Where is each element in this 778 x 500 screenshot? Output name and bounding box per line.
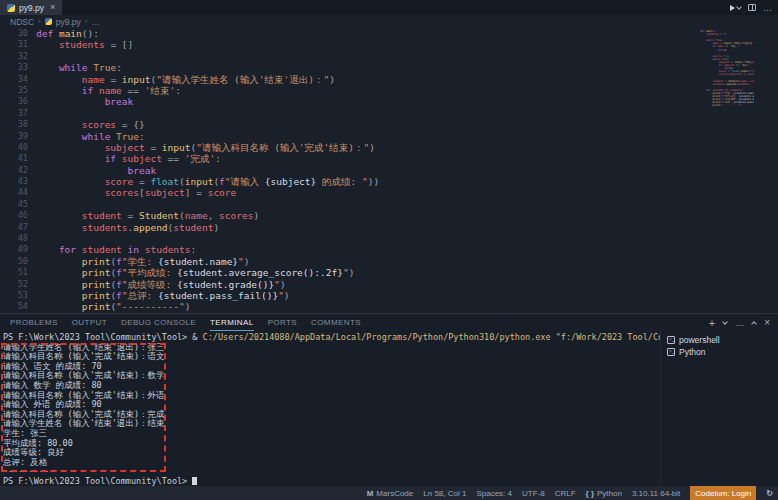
- code-line: 40 subject = input("请输入科目名称 (输入'完成'结束)："…: [0, 142, 778, 153]
- terminal-line: 学生: 张三: [3, 429, 660, 439]
- status-item-encoding[interactable]: UTF-8: [522, 489, 545, 498]
- line-number: 49: [0, 244, 36, 255]
- code-token: student: [82, 244, 122, 255]
- code-content: scores[subject] = score: [36, 187, 236, 198]
- tab-py9[interactable]: py9.py ×: [0, 0, 62, 15]
- code-token: [36, 131, 82, 142]
- code-line: 54 print("----------"): [0, 301, 778, 312]
- tab-close-icon[interactable]: ×: [50, 3, 55, 12]
- code-content: while True:: [36, 131, 145, 142]
- code-content: print(f"平均成绩: {student.average_score():.…: [36, 267, 354, 278]
- minimap-line: students.append(student): [700, 83, 754, 86]
- split-editor-button[interactable]: [748, 4, 756, 11]
- panel-tab-comments[interactable]: COMMENTS: [311, 314, 361, 331]
- code-token: subject: [730, 73, 741, 76]
- code-token: []: [723, 33, 726, 36]
- editor-actions: …: [730, 0, 772, 15]
- status-item-language-mode[interactable]: { }Python: [586, 489, 622, 498]
- code-line: 32: [0, 51, 778, 62]
- terminal-line: 平均成绩: 80.00: [3, 439, 660, 449]
- code-token: :: [139, 131, 145, 142]
- code-area[interactable]: 30def main():31 students = []3233 while …: [0, 28, 778, 313]
- terminal-icon: >_: [667, 336, 675, 344]
- status-item-indentation[interactable]: Spaces: 4: [476, 489, 512, 498]
- run-dropdown-chevron-icon[interactable]: [736, 4, 742, 10]
- code-line: 44 scores[subject] = score: [0, 187, 778, 198]
- code-content: while True:: [36, 62, 122, 73]
- terminal-list-item-powershell[interactable]: >_powershell: [661, 334, 778, 346]
- status-item-cursor-position[interactable]: Ln 58, Col 1: [423, 489, 466, 498]
- code-line: 47 students.append(student): [0, 222, 778, 233]
- status-item-interpreter[interactable]: 3.10.11 64-bit: [632, 489, 680, 498]
- tab-bar: py9.py × …: [0, 0, 778, 15]
- panel-maximize-chevron-icon[interactable]: [751, 321, 757, 327]
- code-content: students.append(student): [700, 83, 750, 86]
- line-number: 30: [0, 28, 36, 39]
- code-token: :: [215, 153, 221, 164]
- status-item-codeium[interactable]: Codeium: Login: [690, 486, 756, 500]
- status-item-eol[interactable]: CRLF: [555, 489, 576, 498]
- panel-tab-output[interactable]: OUTPUT: [72, 314, 107, 331]
- code-token: {subject}: [265, 176, 316, 187]
- terminal-output-text: 请输入科目名称 (输入'完成'结束)：外语: [3, 390, 165, 400]
- code-token: score: [208, 187, 237, 198]
- code-token: ==: [162, 153, 185, 164]
- vscode-window: py9.py × … NDSC › py9.py › … 30def main(…: [0, 0, 778, 500]
- code-content: print(f"成绩等级: {student.grade()}"): [36, 279, 286, 290]
- code-token: float: [150, 176, 179, 187]
- panel-tab-debug-console[interactable]: DEBUG CONSOLE: [121, 314, 196, 331]
- code-content: if subject == '完成':: [36, 153, 221, 164]
- run-button[interactable]: [730, 5, 741, 11]
- code-token: [36, 187, 105, 198]
- breadcrumb-item-folder[interactable]: NDSC: [10, 17, 34, 27]
- line-number: 54: [0, 301, 36, 312]
- status-item-feedback[interactable]: ↻: [766, 489, 773, 498]
- editor-more-button[interactable]: …: [763, 3, 772, 13]
- code-token: [700, 73, 719, 76]
- terminal-list-item-python[interactable]: >_Python: [661, 346, 778, 358]
- breadcrumb-separator: ›: [38, 17, 41, 26]
- code-token: True: [116, 131, 139, 142]
- code-content: print(f"总评: {student.pass_fail()}"): [36, 290, 290, 301]
- terminal-output-text: 总评: 及格: [3, 457, 47, 467]
- terminal[interactable]: PS F:\Work\2023 Tool\Community\Tool> & C…: [0, 331, 660, 487]
- code-token: students: [706, 33, 719, 36]
- code-token: [36, 142, 105, 153]
- terminal-prompt: PS F:\Work\2023 Tool\Community\Tool>: [3, 332, 192, 342]
- code-token: "----------": [722, 104, 741, 107]
- line-number: 42: [0, 165, 36, 176]
- editor[interactable]: 30def main():31 students = []3233 while …: [0, 28, 778, 313]
- new-terminal-button[interactable]: +: [709, 318, 715, 328]
- status-item-marscode[interactable]: MMarsCode: [367, 489, 414, 498]
- line-number: 40: [0, 142, 36, 153]
- line-number: 39: [0, 131, 36, 142]
- code-token: score: [105, 176, 134, 187]
- code-token: =: [116, 119, 133, 130]
- breadcrumb-item-symbol[interactable]: …: [91, 17, 100, 27]
- panel-close-icon[interactable]: ×: [764, 317, 770, 328]
- code-token: ): [329, 74, 335, 85]
- panel-more-button[interactable]: …: [735, 318, 744, 328]
- panel-body: PS F:\Work\2023 Tool\Community\Tool> & C…: [0, 331, 778, 487]
- terminal-output-text: 请输入 数学 的成绩: 80: [3, 380, 102, 390]
- code-token: scores: [105, 187, 139, 198]
- minimap-line: scores[subject] = score: [700, 73, 754, 76]
- breadcrumb-item-file[interactable]: py9.py: [56, 17, 81, 27]
- code-token: "平均成绩:: [122, 267, 177, 278]
- code-token: [36, 279, 82, 290]
- code-token: main: [59, 28, 82, 39]
- panel-tab-ports[interactable]: PORTS: [268, 314, 297, 331]
- panel-tab-terminal[interactable]: TERMINAL: [210, 314, 254, 331]
- line-number: 37: [0, 108, 36, 119]
- code-token: [36, 267, 82, 278]
- panel-tab-problems[interactable]: PROBLEMS: [10, 314, 58, 331]
- terminal-output-text: ----------: [3, 466, 54, 476]
- code-token: scores: [719, 73, 728, 76]
- minimap[interactable]: def main(): students = [] while True: na…: [700, 30, 754, 110]
- status-item-label: Python: [597, 489, 622, 498]
- code-token: '结束': [730, 45, 738, 48]
- code-token: if: [105, 153, 116, 164]
- code-token: [36, 290, 82, 301]
- code-token: students: [82, 222, 128, 233]
- terminal-dropdown-chevron-icon[interactable]: [722, 319, 728, 325]
